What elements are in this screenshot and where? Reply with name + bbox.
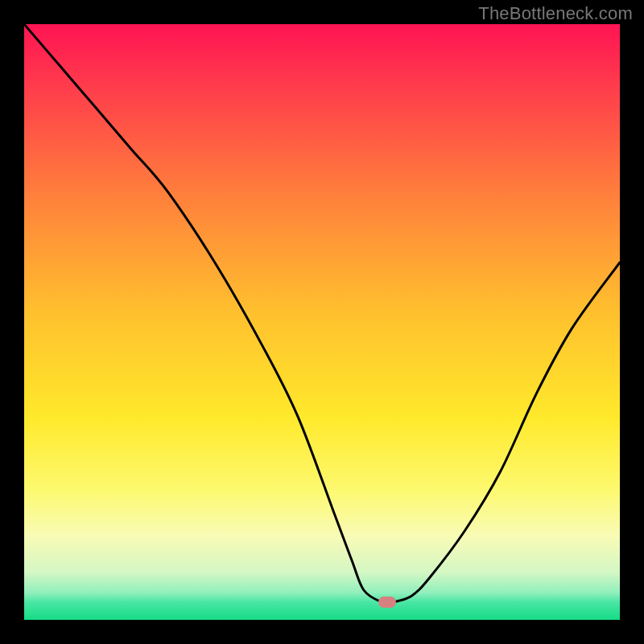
- bottleneck-curve: [24, 24, 620, 603]
- optimal-marker: [378, 597, 396, 608]
- plot-area: [24, 24, 620, 620]
- watermark-label: TheBottleneck.com: [478, 3, 633, 24]
- curve-layer: [24, 24, 620, 620]
- chart-frame: TheBottleneck.com: [0, 0, 644, 644]
